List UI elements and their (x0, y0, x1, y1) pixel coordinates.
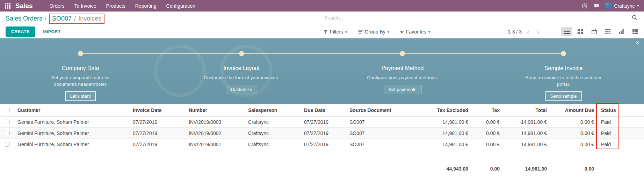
row-checkbox[interactable] (5, 142, 9, 146)
cell-number: INV/2019/0002 (185, 128, 245, 139)
step-title: Sample Invoice (544, 65, 583, 72)
send-sample-button[interactable]: Send sample (545, 91, 582, 101)
step-description: Configure your payment methods. (367, 75, 438, 81)
chevron-down-icon: ▾ (388, 30, 390, 34)
user-name: Craftsync (614, 3, 635, 9)
step-description: Set your company's data for documents he… (42, 75, 118, 88)
set-payments-button[interactable]: Set payments (384, 85, 421, 94)
apps-grid-icon[interactable] (5, 3, 10, 9)
app-title[interactable]: Sales (15, 2, 33, 10)
main-menu: Orders To Invoice Products Reporting Con… (50, 3, 195, 9)
col-status[interactable]: Status (598, 104, 618, 116)
col-due-date[interactable]: Due Date (301, 104, 346, 116)
menu-reporting[interactable]: Reporting (135, 3, 157, 9)
close-icon[interactable]: ✕ (636, 40, 639, 45)
control-panel: CREATE IMPORT Filters ▾ Group By ▾ ★ Fav… (0, 25, 644, 38)
onboarding-step-payment-method: Payment Method Configure your payment me… (322, 38, 483, 104)
dashboard-view-icon[interactable] (629, 27, 641, 36)
cell-tax-excluded: 14,981.00 € (409, 116, 472, 128)
table-row[interactable]: Gemini Furniture, Soham Palmer 07/27/201… (0, 116, 644, 128)
table-row[interactable]: Gemini Furniture, Soham Palmer 07/27/201… (0, 139, 644, 150)
top-navbar: Sales Orders To Invoice Products Reporti… (0, 0, 644, 12)
cell-amount-due: 0.00 € (550, 116, 598, 128)
pivot-view-icon[interactable] (602, 27, 613, 36)
cell-total: -14,981.00 € (503, 116, 550, 128)
menu-configuration[interactable]: Configuration (166, 3, 195, 9)
col-invoice-date[interactable]: Invoice Date (129, 104, 185, 116)
col-amount-due[interactable]: Amount Due (550, 104, 598, 116)
group-by-icon (358, 30, 363, 34)
step-dot (561, 51, 566, 56)
table-row[interactable]: Gemini Furniture, Soham Palmer 07/27/201… (0, 128, 644, 139)
breadcrumb-so007[interactable]: SO007 (52, 15, 72, 22)
pager-range: 1-3 / 3 (508, 29, 522, 35)
cell-due-date: 07/27/2019 (301, 139, 346, 150)
cell-total: 14,981.00 € (503, 139, 550, 150)
cell-source-document: SO007 (346, 116, 409, 128)
favorites-dropdown[interactable]: ★ Favorites ▾ (400, 29, 430, 35)
filters-dropdown[interactable]: Filters ▾ (323, 29, 347, 35)
col-number[interactable]: Number (185, 104, 245, 116)
breadcrumb-separator: / (45, 15, 46, 22)
pager-next-icon[interactable]: › (535, 28, 542, 36)
search-bar (323, 15, 638, 23)
kanban-view-icon[interactable] (575, 27, 586, 36)
activities-clock-icon[interactable] (582, 3, 587, 9)
col-total[interactable]: Total (503, 104, 550, 116)
cell-customer: Gemini Furniture, Soham Palmer (14, 116, 129, 128)
import-button[interactable]: IMPORT (41, 29, 63, 35)
total-tax-excluded: 44,943.00 (409, 163, 472, 175)
breadcrumb: Sales Orders / SO007 / Invoices (6, 14, 104, 24)
menu-orders[interactable]: Orders (50, 3, 65, 9)
col-tax-excluded[interactable]: Tax Excluded (409, 104, 472, 116)
graph-view-icon[interactable] (616, 27, 627, 36)
search-input[interactable] (324, 15, 632, 21)
cell-customer: Gemini Furniture, Soham Palmer (14, 139, 129, 150)
col-salesperson[interactable]: Salesperson (245, 104, 301, 116)
onboarding-banner: ✕ Company Data Set your company's data f… (0, 38, 644, 104)
menu-products[interactable]: Products (106, 3, 125, 9)
cell-source-document: SO007 (346, 128, 409, 139)
search-icon[interactable] (632, 15, 638, 21)
cell-status: Paid (598, 139, 618, 150)
row-checkbox[interactable] (5, 120, 9, 124)
cell-customer: Gemini Furniture, Soham Palmer (14, 128, 129, 139)
menu-to-invoice[interactable]: To Invoice (74, 3, 96, 9)
cell-due-date: 07/27/2019 (301, 116, 346, 128)
cell-amount-due: 0.00 € (550, 128, 598, 139)
lets-start-button[interactable]: Let's start! (65, 91, 96, 101)
cell-invoice-date: 07/27/2019 (129, 116, 185, 128)
col-customer[interactable]: Customer (14, 104, 129, 116)
step-description: Send an invoice to test the customer por… (523, 75, 604, 88)
group-by-dropdown[interactable]: Group By ▾ (358, 29, 390, 35)
cell-amount-due: 0.00 € (550, 139, 598, 150)
cell-status: Paid (598, 128, 618, 139)
table-spacer (0, 150, 644, 163)
user-avatar (606, 3, 612, 9)
list-view-icon[interactable] (561, 27, 572, 36)
row-checkbox[interactable] (5, 131, 9, 135)
calendar-view-icon[interactable] (588, 27, 600, 36)
step-dot (239, 51, 244, 56)
step-title: Invoice Layout (224, 65, 260, 72)
messages-chat-icon[interactable] (594, 3, 599, 9)
cell-total: 14,981.00 € (503, 128, 550, 139)
user-menu[interactable]: Craftsync ▾ (606, 3, 639, 9)
annotation-highlight-breadcrumb: SO007 / Invoices (49, 14, 104, 24)
col-source-document[interactable]: Source Document (346, 104, 409, 116)
navbar-systray: Craftsync ▾ (582, 3, 639, 9)
select-all-checkbox[interactable] (5, 108, 9, 112)
table-header-row: Customer Invoice Date Number Salesperson… (0, 104, 644, 116)
sales-invoices-screen: Sales Orders To Invoice Products Reporti… (0, 0, 644, 188)
breadcrumb-row: Sales Orders / SO007 / Invoices (0, 12, 644, 25)
col-tax[interactable]: Tax (472, 104, 503, 116)
cell-salesperson: Craftsync (245, 116, 301, 128)
breadcrumb-sales-orders[interactable]: Sales Orders (6, 15, 42, 22)
cell-status: Paid (598, 116, 618, 128)
cell-salesperson: Craftsync (245, 139, 301, 150)
customize-button[interactable]: Customize (226, 85, 257, 94)
onboarding-step-sample-invoice: Sample Invoice Send an invoice to test t… (483, 38, 644, 104)
create-button[interactable]: CREATE (6, 27, 35, 37)
pager-previous-icon[interactable]: ‹ (524, 28, 532, 36)
cell-number: INV/2019/0003 (185, 116, 245, 128)
